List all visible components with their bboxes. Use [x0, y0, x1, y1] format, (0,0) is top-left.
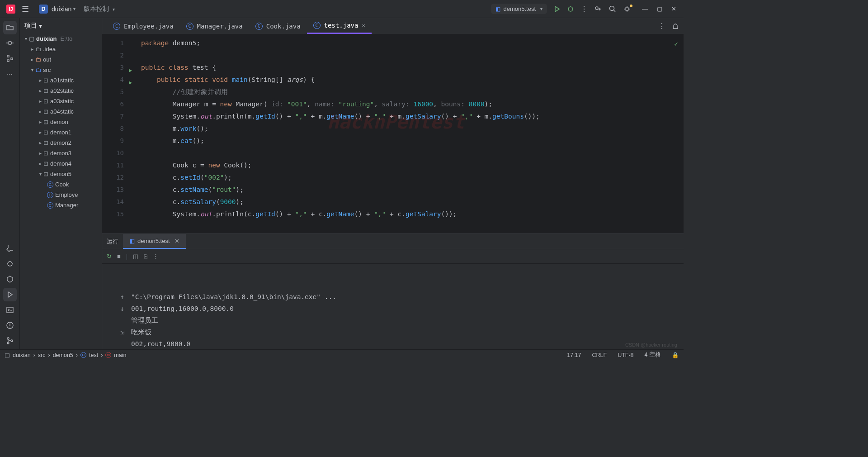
- svg-rect-12: [11, 58, 13, 60]
- hamburger-icon[interactable]: ☰: [18, 2, 33, 16]
- editor-area: CEmployee.java CManager.java CCook.java …: [102, 18, 684, 349]
- tree-package[interactable]: ▸⊡a03static: [20, 96, 102, 106]
- status-readonly-icon[interactable]: 🔒: [672, 352, 679, 358]
- debug-button[interactable]: [567, 5, 574, 13]
- tab-cook[interactable]: CCook.java: [249, 18, 307, 34]
- close-run-tab-icon[interactable]: ✕: [175, 238, 179, 244]
- code-with-me-icon[interactable]: [594, 5, 602, 13]
- tree-package[interactable]: ▸⊡demon: [20, 117, 102, 127]
- run-panel: 运行 ◧demon5.test✕ ↻ ■ | ◫ ⎘ ⋮ ↑↓⇲∓›"C:\Pr…: [102, 233, 684, 349]
- close-tab-icon[interactable]: ✕: [362, 22, 365, 29]
- svg-point-23: [7, 342, 9, 344]
- project-name[interactable]: duixian: [52, 5, 71, 13]
- tab-test[interactable]: Ctest.java✕: [307, 18, 372, 34]
- status-time[interactable]: 17:17: [567, 352, 581, 358]
- module-crumb-icon: ▢: [5, 352, 10, 358]
- structure-tool-icon[interactable]: [3, 52, 17, 65]
- tab-manager[interactable]: CManager.java: [180, 18, 249, 34]
- run-tab[interactable]: ◧demon5.test✕: [123, 234, 186, 249]
- editor-tabs: CEmployee.java CManager.java CCook.java …: [102, 18, 684, 34]
- app-logo-icon: IJ: [6, 5, 15, 14]
- tree-root[interactable]: ▾▢duixianE:\to: [20, 33, 102, 44]
- tree-class[interactable]: CCook: [20, 179, 102, 190]
- tree-folder[interactable]: ▸🗀out: [20, 54, 102, 65]
- build-tool-icon[interactable]: [3, 242, 17, 255]
- run-button[interactable]: [553, 5, 561, 13]
- tree-package[interactable]: ▸⊡demon3: [20, 148, 102, 158]
- status-lineend[interactable]: CRLF: [592, 352, 607, 358]
- tree-package[interactable]: ▸⊡demon1: [20, 127, 102, 138]
- tree-package[interactable]: ▸⊡a01static: [20, 75, 102, 86]
- class-icon: C: [113, 23, 120, 30]
- services-tool-icon[interactable]: [3, 272, 17, 286]
- breadcrumb-item[interactable]: demon5: [53, 352, 73, 358]
- svg-rect-13: [7, 60, 9, 62]
- svg-marker-17: [7, 276, 13, 282]
- status-indent[interactable]: 4 空格: [645, 351, 661, 359]
- breadcrumb-item[interactable]: main: [114, 352, 126, 358]
- tree-folder[interactable]: ▸🗀.idea: [20, 44, 102, 54]
- class-icon: C: [186, 23, 193, 30]
- status-encoding[interactable]: UTF-8: [618, 352, 633, 358]
- more-tools-icon[interactable]: ⋯: [3, 67, 17, 81]
- vcs-tool-icon[interactable]: [3, 334, 17, 348]
- exit-icon[interactable]: ⎘: [144, 253, 147, 260]
- method-icon: m: [105, 352, 111, 358]
- tree-package[interactable]: ▸⊡a04static: [20, 106, 102, 117]
- svg-point-8: [8, 41, 12, 45]
- run-config-name: demon5.test: [503, 5, 536, 12]
- commit-tool-icon[interactable]: [3, 36, 17, 50]
- project-panel-header[interactable]: 项目 ▾: [20, 18, 102, 33]
- tree-package[interactable]: ▸⊡demon2: [20, 138, 102, 148]
- svg-point-5: [610, 6, 614, 10]
- tab-employee[interactable]: CEmployee.java: [107, 18, 180, 34]
- breadcrumb-item[interactable]: src: [38, 352, 46, 358]
- class-icon: C: [255, 23, 263, 30]
- vcs-menu[interactable]: 版本控制 ▾: [84, 5, 115, 13]
- tree-folder[interactable]: ▾🗀src: [20, 65, 102, 75]
- tree-package[interactable]: ▸⊡a02static: [20, 86, 102, 96]
- gutter-run-icon[interactable]: ▶: [129, 76, 132, 89]
- notifications-icon[interactable]: [672, 23, 679, 30]
- settings-icon[interactable]: [623, 5, 631, 13]
- tree-class[interactable]: CEmploye: [20, 190, 102, 200]
- gutter-run-icon[interactable]: ▶: [129, 64, 132, 76]
- breadcrumb-item[interactable]: duixian: [13, 352, 31, 358]
- tab-options-icon[interactable]: ⋮: [658, 22, 665, 30]
- svg-point-22: [7, 338, 9, 339]
- tree-package[interactable]: ▸⊡demon4: [20, 158, 102, 169]
- breadcrumb-item[interactable]: test: [89, 352, 98, 358]
- search-icon[interactable]: [609, 5, 617, 13]
- class-icon: C: [313, 22, 321, 29]
- run-config-selector[interactable]: ◧ demon5.test ▾: [491, 4, 547, 14]
- rerun-button[interactable]: ↻: [107, 253, 112, 260]
- run-tool-icon[interactable]: [3, 288, 17, 301]
- svg-point-14: [8, 262, 12, 266]
- svg-point-21: [9, 327, 10, 328]
- close-button[interactable]: ✕: [671, 5, 676, 12]
- java-run-icon: ◧: [495, 6, 500, 12]
- debug-tool-icon[interactable]: [3, 257, 17, 271]
- project-badge-icon: D: [39, 5, 48, 14]
- svg-line-6: [614, 10, 616, 12]
- more-actions-icon[interactable]: ⋮: [580, 5, 588, 13]
- titlebar: IJ ☰ D duixian ▾ 版本控制 ▾ ◧ demon5.test ▾ …: [0, 0, 684, 18]
- terminal-tool-icon[interactable]: [3, 303, 17, 317]
- console-sidebar[interactable]: ↑↓⇲∓›: [120, 291, 131, 349]
- problems-tool-icon[interactable]: [3, 319, 17, 332]
- minimize-button[interactable]: —: [642, 5, 648, 12]
- chevron-down-icon[interactable]: ▾: [73, 6, 75, 11]
- project-panel: 项目 ▾ ▾▢duixianE:\to ▸🗀.idea ▸🗀out ▾🗀src …: [20, 18, 102, 349]
- tree-class[interactable]: CManager: [20, 200, 102, 210]
- project-tool-icon[interactable]: [3, 21, 17, 34]
- left-tool-rail: ⋯: [0, 18, 20, 349]
- more-run-icon[interactable]: ⋮: [153, 253, 159, 260]
- inspection-ok-icon[interactable]: ✓: [674, 38, 678, 50]
- tree-package[interactable]: ▾⊡demon5: [20, 169, 102, 179]
- line-gutter: 12 3▶ 4▶ 56789101112131415: [102, 34, 127, 233]
- console-output[interactable]: ↑↓⇲∓›"C:\Program Files\Java\jdk1.8.0_91\…: [102, 264, 684, 349]
- maximize-button[interactable]: ▢: [657, 5, 662, 12]
- code-editor[interactable]: ✓package demon5; public class test { pub…: [137, 34, 684, 233]
- screenshot-icon[interactable]: ◫: [133, 253, 138, 260]
- stop-button[interactable]: ■: [117, 253, 121, 260]
